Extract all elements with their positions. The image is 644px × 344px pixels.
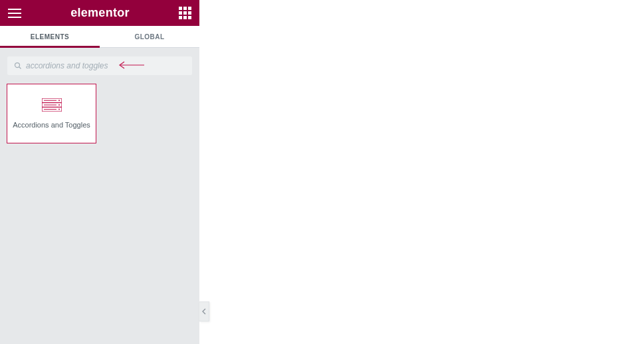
brand-title: elementor <box>70 6 130 20</box>
svg-point-0 <box>15 63 20 68</box>
search-icon <box>14 62 22 70</box>
panel-header: elementor <box>0 0 199 26</box>
panel-tabs: ELEMENTS GLOBAL <box>0 26 199 48</box>
tab-global[interactable]: GLOBAL <box>100 26 199 47</box>
svg-point-10 <box>58 104 60 106</box>
widgets-grid: Accordions and Toggles <box>0 84 199 143</box>
search-input[interactable] <box>26 61 185 70</box>
svg-point-11 <box>58 109 60 110</box>
apps-grid-icon[interactable] <box>179 7 191 19</box>
svg-point-9 <box>58 100 60 101</box>
collapse-panel-button[interactable] <box>199 301 209 321</box>
search-container <box>7 56 193 76</box>
hamburger-menu-icon[interactable] <box>8 7 21 20</box>
widget-accordions-and-toggles[interactable]: Accordions and Toggles <box>7 84 96 143</box>
search-row <box>0 48 199 84</box>
elementor-panel: elementor ELEMENTS GLOBAL <box>0 0 199 344</box>
accordion-icon <box>42 98 62 112</box>
svg-line-1 <box>19 67 21 69</box>
tab-elements[interactable]: ELEMENTS <box>0 26 100 47</box>
widget-label: Accordions and Toggles <box>13 121 90 129</box>
